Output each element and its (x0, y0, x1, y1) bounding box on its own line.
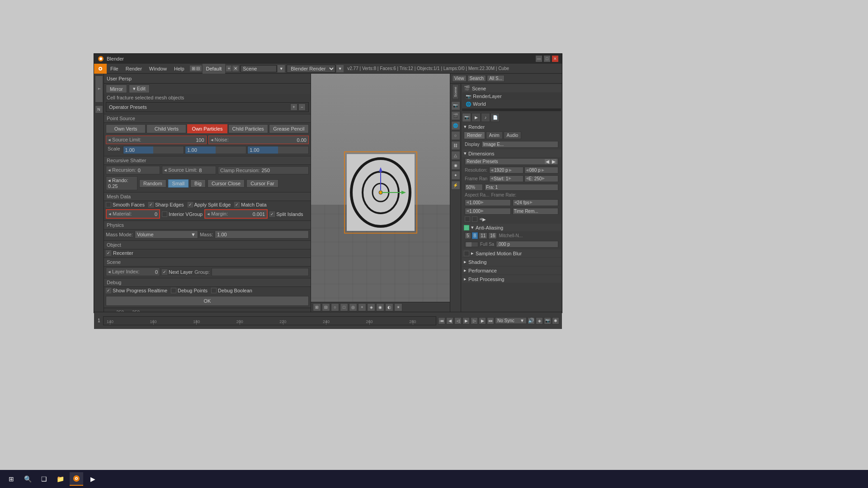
engine-arrow[interactable]: ▼ (336, 65, 344, 72)
toolshelf-label[interactable]: T (95, 75, 103, 103)
interior-vgroup-cb[interactable]: Interior VGroup (162, 211, 203, 217)
view-icon[interactable]: ⊞ (313, 303, 321, 311)
apply-split-edge-cb[interactable]: Apply Split Edge (188, 202, 231, 207)
res-y-field[interactable]: ◀ 080 p ▶ (524, 167, 558, 174)
performance-header[interactable]: ▸ Performance (462, 267, 561, 274)
anim-tab[interactable]: Anim (486, 131, 503, 139)
source-limit-field[interactable]: ◂ Source Limit: 100 (106, 136, 207, 144)
shading-header[interactable]: ▸ Shading (462, 258, 561, 266)
smooth-faces-cb[interactable]: Smooth Faces (106, 202, 145, 207)
random-btn[interactable]: Random (139, 179, 166, 188)
aa-8[interactable]: 8 (472, 232, 478, 239)
layer-index-field[interactable]: ◂ Layer Index: 0 (106, 267, 160, 276)
scene-arrow[interactable]: ▼ (278, 65, 285, 72)
material-field[interactable]: ◂ Material: 0 (106, 209, 160, 219)
render-icon-tl[interactable]: 📷 (544, 317, 551, 324)
timeline-ruler-area[interactable]: 140 160 180 200 220 240 260 280 (103, 316, 436, 325)
scale-z[interactable]: 1.00 (247, 146, 309, 154)
next-layer-checkbox[interactable] (162, 269, 167, 275)
child-particles-btn[interactable]: Child Particles (228, 124, 268, 133)
fra-field[interactable]: Fra: 1 (485, 184, 558, 191)
extra-icon[interactable]: 📄 (491, 113, 500, 122)
next-keyframe-btn[interactable]: ▷ (471, 317, 478, 324)
start-field[interactable]: ◀ Start: 1 ▶ (489, 175, 524, 182)
sync-select[interactable]: No Sync ▼ (495, 317, 527, 324)
sharp-edges-checkbox[interactable] (148, 202, 154, 207)
start-button[interactable]: ⊞ (5, 472, 18, 486)
percent-field[interactable]: 50% (465, 184, 483, 191)
close-button[interactable]: ✕ (552, 56, 558, 62)
viewport[interactable]: ⊞ ⊟ ○ □ ◎ + ◈ ◉ ◐ ☀ (311, 74, 450, 312)
viewport-icon4[interactable]: □ (340, 303, 348, 311)
all-tab[interactable]: All S... (487, 75, 505, 82)
motion-blur-checkbox[interactable] (464, 251, 469, 256)
render-tab[interactable]: Render (464, 131, 485, 139)
smooth-faces-checkbox[interactable] (106, 202, 111, 207)
menu-window[interactable]: Window (146, 64, 170, 74)
end-field[interactable]: ◀ E: 250 ▶ (524, 175, 559, 182)
viewport-icon6[interactable]: + (358, 303, 366, 311)
debug-boolean-checkbox[interactable] (211, 288, 217, 293)
render-layer-item[interactable]: 📷 RenderLayer (462, 93, 561, 100)
workspace-icons[interactable]: + (226, 66, 231, 71)
file-explorer-button[interactable]: 📁 (53, 472, 67, 486)
margin-field[interactable]: ◂ Margin: 0.001 (204, 209, 268, 219)
scale-x[interactable]: 1.00 (123, 146, 184, 154)
object-icon[interactable]: ○ (451, 131, 460, 140)
presets-right[interactable]: ▶ (551, 159, 557, 164)
scale-y[interactable]: 1.00 (185, 146, 246, 154)
cursor-far-btn[interactable]: Cursor Far (246, 179, 278, 188)
presets-minus[interactable]: − (298, 103, 306, 111)
debug-boolean-cb[interactable]: Debug Boolean (211, 288, 252, 293)
big-btn[interactable]: Big (190, 179, 206, 188)
scene-input[interactable] (241, 65, 277, 72)
world-item[interactable]: 🌐 World (462, 100, 561, 108)
physics-icon[interactable]: ⚡ (451, 181, 460, 190)
own-particles-btn[interactable]: Own Particles (187, 124, 227, 133)
workspace-icons2[interactable]: ✕ (232, 66, 239, 71)
full-sa-toggle[interactable] (465, 242, 478, 247)
keyframe-icon[interactable]: ◈ (536, 317, 543, 324)
rec-source-limit-field[interactable]: ◂ Source Limit: 8 (162, 166, 216, 174)
next-layer-cb[interactable]: Next Layer (162, 269, 193, 275)
recursion-field[interactable]: ◂ Recursion: 0 (106, 166, 160, 174)
debug-points-cb[interactable]: Debug Points (171, 288, 208, 293)
menu-render[interactable]: Render (122, 64, 146, 74)
media-button[interactable]: ▶ (86, 472, 99, 486)
match-data-cb[interactable]: Match Data (234, 202, 266, 207)
viewport-icon10[interactable]: ☀ (394, 303, 402, 311)
post-processing-header[interactable]: ▸ Post Processing (462, 275, 561, 283)
ok-button[interactable]: OK (106, 296, 309, 306)
viewport-icon7[interactable]: ◈ (367, 303, 375, 311)
materials-icon[interactable]: ◉ (451, 161, 460, 170)
cursor-close-btn[interactable]: Cursor Close (208, 179, 245, 188)
sharp-edges-cb[interactable]: Sharp Edges (148, 202, 184, 207)
blender-taskbar-app[interactable] (70, 472, 83, 486)
maximize-button[interactable]: □ (544, 56, 550, 62)
filter-size-field[interactable]: .000 p (496, 241, 558, 248)
fps-field[interactable]: ◀ 24 fps ▶ (513, 199, 559, 206)
scene-icon[interactable]: 🎬 (451, 111, 460, 120)
next-frame-btn[interactable]: ▶ (479, 317, 486, 324)
split-islands-cb[interactable]: Split Islands (269, 211, 303, 217)
view-tab[interactable]: View (452, 75, 467, 82)
aspect-x-field[interactable]: ◀ 1.000 ▶ (465, 199, 511, 206)
prev-frame-btn[interactable]: ◀ (446, 317, 453, 324)
audio-tab-icon[interactable]: ♪ (481, 113, 490, 122)
apply-split-edge-checkbox[interactable] (188, 202, 193, 207)
viewport-icon9[interactable]: ◐ (385, 303, 393, 311)
search-button[interactable]: 🔍 (21, 472, 34, 486)
play-btn[interactable]: ▶ (462, 317, 470, 324)
presets-plus[interactable]: + (290, 103, 297, 111)
debug-points-checkbox[interactable] (171, 288, 176, 293)
mirror-button[interactable]: Mirror (106, 84, 127, 93)
audio-icon[interactable]: 🔊 (528, 317, 535, 324)
n-panel-toggle[interactable]: N (95, 105, 103, 113)
show-progress-cb[interactable]: Show Progress Realtime (106, 288, 167, 293)
constraints-icon[interactable]: ⛓ (451, 141, 460, 150)
menu-help[interactable]: Help (170, 64, 188, 74)
small-btn[interactable]: Small (168, 179, 189, 188)
motion-blur-header[interactable]: ▸ Sampled Motion Blur (462, 249, 561, 257)
first-frame-btn[interactable]: ⏮ (438, 317, 445, 324)
recenter-checkbox[interactable] (106, 250, 111, 256)
